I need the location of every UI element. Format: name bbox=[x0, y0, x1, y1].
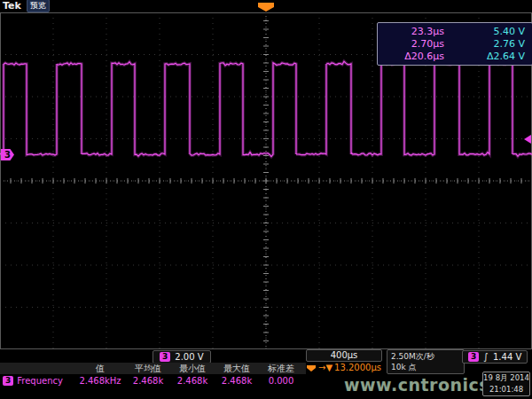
cursor-b-volt: 2.76 V bbox=[455, 38, 525, 50]
measurement-mean: 2.468k bbox=[126, 375, 170, 387]
cursor-readout: 23.3µs 5.40 V 2.70µs 2.76 V Δ20.6µs Δ2.6… bbox=[377, 22, 532, 66]
cursor-b-time: 2.70µs bbox=[385, 38, 455, 50]
record-length: 10k 点 bbox=[391, 362, 460, 372]
timebase-scale: 400µs bbox=[306, 349, 382, 362]
measurement-name: Frequency bbox=[17, 375, 63, 387]
measurement-header-std: 标准差 bbox=[259, 363, 303, 374]
measurement-value: 2.468kHz bbox=[74, 375, 126, 387]
cursor-delta-volt: Δ2.64 V bbox=[455, 51, 525, 62]
acquisition-status: 预览 bbox=[27, 0, 50, 12]
date-value: 19 8月 2014 bbox=[483, 372, 529, 384]
measurement-header-min: 最小值 bbox=[170, 363, 215, 374]
cursor-a-time: 23.3µs bbox=[385, 26, 455, 37]
sample-rate: 2.50M次/秒 bbox=[391, 351, 460, 362]
trigger-readout[interactable]: 3 ∫ 1.44 V bbox=[462, 350, 528, 364]
measurement-header-blank bbox=[0, 363, 74, 374]
trigger-position-readout: →▼ 13.2000µs bbox=[306, 363, 382, 373]
time-value: 21:01:48 bbox=[483, 384, 529, 395]
measurement-source-badge: 3 bbox=[3, 376, 13, 386]
channel-3-badge: 3 bbox=[160, 352, 170, 362]
trigger-level-value: 1.44 V bbox=[493, 352, 521, 362]
channel-3-scale-readout[interactable]: 3 2.00 V bbox=[153, 350, 211, 364]
measurement-header-max: 最大值 bbox=[215, 363, 259, 374]
cursor-delta-time: Δ20.6µs bbox=[385, 51, 455, 62]
measurement-table: 值 平均值 最小值 最大值 标准差 3 Frequency 2.468kHz 2… bbox=[0, 363, 306, 387]
acquisition-readout[interactable]: 2.50M次/秒 10k 点 bbox=[387, 349, 465, 374]
measurement-label: 3 Frequency bbox=[0, 375, 74, 387]
measurement-header-value: 值 bbox=[74, 363, 126, 374]
oscilloscope-screen: Tek 预览 3 23.3µs 5.40 V 2.70µs 2.76 V Δ20… bbox=[0, 0, 532, 399]
datetime-box: 19 8月 2014 21:01:48 bbox=[482, 372, 530, 396]
trigger-position-flag-icon bbox=[306, 364, 317, 372]
brand-logo: Tek bbox=[3, 0, 21, 12]
top-status-bar: Tek 预览 bbox=[3, 0, 50, 12]
measurement-max: 2.468k bbox=[215, 375, 259, 387]
measurement-std: 0.000 bbox=[259, 375, 303, 387]
measurement-header-row: 值 平均值 最小值 最大值 标准差 bbox=[0, 363, 306, 374]
channel-3-scale-value: 2.00 V bbox=[175, 352, 203, 362]
measurement-min: 2.468k bbox=[170, 375, 215, 387]
trigger-position-arrow-icon: →▼ bbox=[318, 363, 332, 373]
horizontal-readout[interactable]: 400µs →▼ 13.2000µs bbox=[306, 349, 382, 373]
channel-3-label: 3 bbox=[4, 150, 11, 160]
trigger-slope-icon: ∫ bbox=[483, 352, 489, 362]
measurement-header-mean: 平均值 bbox=[126, 363, 170, 374]
trigger-source-badge: 3 bbox=[468, 352, 479, 362]
trigger-position-value: 13.2000µs bbox=[334, 363, 381, 373]
trigger-position-marker[interactable] bbox=[257, 2, 275, 12]
measurement-row[interactable]: 3 Frequency 2.468kHz 2.468k 2.468k 2.468… bbox=[0, 375, 306, 387]
cursor-a-volt: 5.40 V bbox=[455, 26, 525, 37]
trigger-level-marker[interactable] bbox=[524, 135, 531, 144]
